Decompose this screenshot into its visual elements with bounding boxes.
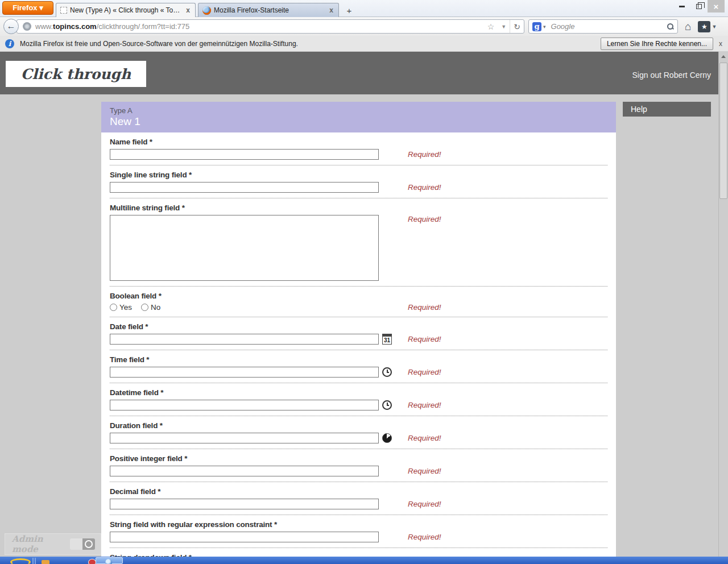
admin-mode-toggle[interactable] [70, 538, 95, 550]
form-type-label: Type A [110, 106, 607, 115]
tab-close-icon[interactable]: x [185, 6, 191, 14]
radio-option[interactable]: Yes [110, 303, 132, 312]
required-note: Required! [408, 467, 441, 475]
taskbar-app-icon[interactable] [42, 560, 49, 564]
taskbar-active-app-button[interactable] [96, 557, 123, 564]
required-note: Required! [408, 533, 441, 541]
radio-option[interactable]: No [141, 303, 160, 312]
reload-icon[interactable]: ↻ [510, 20, 524, 33]
required-note: Required! [408, 215, 441, 223]
field-control [110, 400, 408, 410]
info-icon: i [5, 39, 14, 48]
calendar-icon[interactable]: 31 [382, 334, 392, 345]
required-note: Required! [408, 434, 441, 442]
duration-icon[interactable] [382, 433, 392, 443]
text-input[interactable] [110, 532, 379, 542]
new-tab-button[interactable]: + [342, 5, 356, 16]
back-button[interactable]: ← [3, 19, 19, 34]
field-label: Decimal field * [110, 487, 607, 496]
bookmarks-menu-button[interactable]: ★ ▼ [698, 21, 717, 32]
browser-titlebar: Firefox ▾ New (Type A) « Click through «… [0, 0, 728, 17]
taskbar-separator [35, 558, 36, 564]
taskbar-app-icon[interactable] [88, 559, 96, 564]
firefox-favicon-icon [202, 6, 211, 15]
tab-title: Mozilla Firefox-Startseite [214, 6, 325, 14]
text-input[interactable] [110, 466, 379, 476]
form-row: String field with regular expression con… [110, 515, 607, 548]
vertical-scrollbar[interactable] [718, 52, 728, 557]
help-button[interactable]: Help [623, 102, 711, 117]
close-button[interactable]: × [708, 0, 725, 13]
tab-startseite[interactable]: Mozilla Firefox-Startseite x [198, 3, 339, 17]
field-control [110, 499, 408, 509]
required-note: Required! [408, 500, 441, 508]
search-engine-dropdown-icon[interactable]: ▾ [543, 24, 546, 30]
text-input[interactable] [110, 499, 379, 509]
form-card-header: Type A New 1 [101, 102, 616, 132]
form-row: Date field *31Required! [110, 317, 607, 350]
scrollbar-thumb[interactable] [719, 63, 727, 199]
radio-label: Yes [119, 303, 132, 312]
form-title: New 1 [110, 115, 607, 128]
field-line: Required! [110, 149, 607, 160]
site-logo[interactable]: Click through [6, 61, 146, 87]
text-input[interactable] [110, 182, 379, 193]
field-label: Multiline string field * [110, 204, 607, 212]
site-header: Click through Sign out Robert Cerny [0, 52, 728, 94]
url-dropdown-icon[interactable]: ▼ [498, 20, 510, 33]
taskbar-separator [32, 558, 34, 564]
url-bar[interactable]: www.topincs.com/clickthrough/.form?tt=id… [16, 19, 524, 34]
field-control: 31 [110, 334, 408, 345]
sign-out-link[interactable]: Sign out Robert Cerny [632, 70, 711, 80]
field-label: Single line string field * [110, 171, 607, 179]
url-text[interactable]: www.topincs.com/clickthrough/.form?tt=id… [35, 22, 484, 31]
window-controls: × [673, 0, 725, 13]
scroll-up-icon[interactable] [719, 52, 728, 61]
field-label: Datetime field * [110, 388, 607, 397]
globe-icon [23, 22, 31, 31]
tab-close-icon[interactable]: x [328, 6, 334, 14]
field-line: Required! [110, 215, 607, 281]
tab-title: New (Type A) « Click through « Topi... [70, 6, 181, 14]
date-input[interactable] [110, 334, 379, 345]
multiline-input[interactable] [110, 215, 379, 281]
field-line: Required! [110, 400, 607, 410]
clock-icon[interactable] [382, 367, 392, 377]
search-placeholder[interactable]: Google [551, 22, 667, 31]
clock-icon[interactable] [382, 400, 392, 410]
text-input[interactable] [110, 149, 379, 160]
know-your-rights-button[interactable]: Lernen Sie Ihre Rechte kennen... [601, 38, 713, 50]
field-control [110, 182, 408, 193]
field-label: Name field * [110, 138, 607, 146]
form-row: String dropdown field *-▾Required! [110, 548, 607, 557]
home-icon[interactable]: ⌂ [685, 20, 691, 33]
time-input[interactable] [110, 367, 379, 378]
tab-clickthrough[interactable]: New (Type A) « Click through « Topi... x [56, 3, 196, 17]
form-row: Positive integer field *Required! [110, 449, 607, 482]
field-control [110, 215, 408, 281]
form-fields: Name field *Required!Single line string … [101, 132, 616, 557]
datetime-input[interactable] [110, 400, 379, 410]
field-label: Date field * [110, 322, 607, 331]
required-note: Required! [408, 401, 441, 409]
firefox-menu-button[interactable]: Firefox ▾ [2, 1, 53, 15]
bookmark-star-icon[interactable]: ☆ [484, 20, 498, 33]
field-line: 31Required! [110, 334, 607, 345]
notification-bar: i Mozilla Firefox ist freie und Open-Sou… [0, 36, 728, 52]
windows-taskbar[interactable] [0, 557, 728, 564]
notification-close-icon[interactable]: x [713, 40, 728, 48]
search-icon[interactable] [667, 23, 674, 30]
radio-icon[interactable] [141, 304, 148, 311]
radio-icon[interactable] [110, 304, 117, 311]
field-line: Required! [110, 433, 607, 443]
duration-input[interactable] [110, 433, 379, 443]
minimize-button[interactable] [673, 0, 690, 13]
field-label: String field with regular expression con… [110, 520, 607, 529]
form-row: Decimal field *Required! [110, 482, 607, 515]
restore-button[interactable] [690, 0, 708, 13]
field-control [110, 433, 408, 443]
required-note: Required! [408, 368, 441, 376]
taskbar-browser-icon[interactable] [10, 558, 31, 564]
form-row: Datetime field *Required! [110, 383, 607, 416]
search-box[interactable]: g ▾ Google [528, 19, 678, 34]
